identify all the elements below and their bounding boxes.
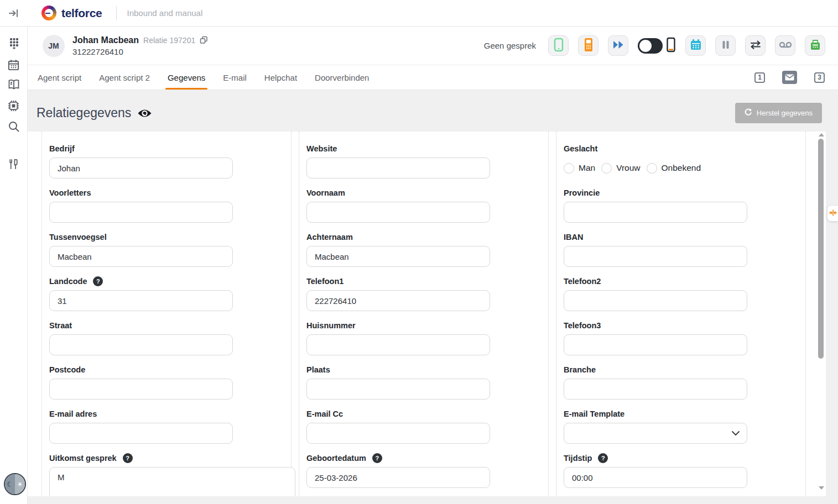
pause-icon bbox=[721, 40, 731, 51]
field-iban: IBAN bbox=[564, 232, 805, 267]
radio-onbekend[interactable]: Onbekend bbox=[647, 163, 701, 174]
scroll-down-arrow-icon[interactable] bbox=[819, 486, 824, 490]
schedule-callback-button[interactable] bbox=[685, 35, 706, 56]
tab-doorverbinden[interactable]: Doorverbinden bbox=[306, 65, 378, 90]
app-window: telforce Inbound and manual bbox=[0, 0, 838, 504]
tussenvoegsel-input[interactable] bbox=[49, 246, 233, 267]
field-website: Website bbox=[306, 144, 548, 179]
provincie-input[interactable] bbox=[564, 202, 747, 223]
help-icon[interactable]: ? bbox=[372, 453, 382, 463]
achternaam-input[interactable] bbox=[306, 246, 490, 267]
tab-gegevens[interactable]: Gegevens bbox=[159, 65, 214, 90]
email-cc-input[interactable] bbox=[306, 423, 490, 444]
field-achternaam: Achternaam bbox=[306, 232, 548, 267]
script-one-badge[interactable]: 1 bbox=[754, 72, 765, 83]
tab-email[interactable]: E-mail bbox=[214, 65, 256, 90]
vertical-scrollbar[interactable] bbox=[818, 132, 825, 496]
voornaam-label: Voornaam bbox=[306, 188, 345, 197]
radio-circle[interactable] bbox=[647, 163, 657, 174]
dialpad-icon[interactable] bbox=[4, 33, 24, 53]
help-icon[interactable]: ? bbox=[598, 453, 608, 463]
tab-bar: Agent script Agent script 2 Gegevens E-m… bbox=[28, 65, 838, 90]
radio-circle[interactable] bbox=[564, 163, 574, 174]
provincie-label: Provincie bbox=[564, 188, 600, 197]
website-input[interactable] bbox=[306, 158, 490, 179]
phone-mode-toggle[interactable] bbox=[638, 38, 663, 54]
fax-button[interactable] bbox=[805, 35, 825, 56]
tab-agent-script[interactable]: Agent script bbox=[29, 65, 90, 90]
radio-man[interactable]: Man bbox=[564, 163, 595, 174]
landcode-input[interactable] bbox=[49, 290, 233, 311]
contact-header: JM Johan Macbean Relatie 197201 31222726… bbox=[28, 27, 838, 65]
copy-icon[interactable] bbox=[200, 36, 208, 44]
radio-onbekend-label: Onbekend bbox=[662, 163, 701, 173]
tussenvoegsel-label: Tussenvoegsel bbox=[49, 233, 107, 242]
postcode-input[interactable] bbox=[49, 379, 233, 400]
radio-circle[interactable] bbox=[601, 163, 612, 174]
email-adres-input[interactable] bbox=[49, 423, 233, 444]
landcode-label: Landcode bbox=[49, 277, 87, 286]
field-telefoon2: Telefoon2 bbox=[564, 276, 805, 311]
eye-icon[interactable] bbox=[137, 107, 152, 119]
brand-logo[interactable]: telforce bbox=[41, 6, 102, 20]
envelope-icon[interactable] bbox=[782, 71, 797, 84]
field-tijdstip: Tijdstip ? bbox=[564, 453, 805, 488]
calendar-icon[interactable] bbox=[4, 55, 24, 75]
theme-toggle[interactable]: ☾ ☀ bbox=[4, 473, 26, 495]
voicemail-button[interactable] bbox=[775, 35, 795, 56]
voorletters-input[interactable] bbox=[49, 202, 233, 223]
page-title-row: Relatiegegevens bbox=[28, 90, 838, 123]
field-bedrijf: Bedrijf bbox=[49, 144, 291, 179]
help-icon[interactable]: ? bbox=[93, 276, 103, 286]
iban-input[interactable] bbox=[564, 246, 747, 267]
mobile-dial-button[interactable] bbox=[578, 35, 598, 56]
field-plaats: Plaats bbox=[306, 365, 548, 400]
refresh-icon bbox=[745, 108, 752, 118]
utensils-icon[interactable] bbox=[4, 154, 24, 174]
avatar: JM bbox=[43, 35, 65, 57]
branche-input[interactable] bbox=[564, 379, 747, 400]
help-icon[interactable]: ? bbox=[123, 453, 133, 463]
search-icon[interactable] bbox=[4, 117, 24, 136]
voornaam-input[interactable] bbox=[306, 202, 490, 223]
form-column-1: Bedrijf Voorletters Tussenvoegsel Landco… bbox=[41, 132, 292, 496]
telefoon2-label: Telefoon2 bbox=[564, 277, 601, 286]
plaats-input[interactable] bbox=[306, 379, 490, 400]
transfer-button[interactable] bbox=[745, 35, 766, 56]
voorletters-label: Voorletters bbox=[49, 188, 91, 197]
field-telefoon3: Telefoon3 bbox=[564, 321, 805, 355]
relation-form: Bedrijf Voorletters Tussenvoegsel Landco… bbox=[28, 132, 826, 496]
uitkomst-textarea[interactable]: M bbox=[49, 467, 295, 496]
apps-chip-icon[interactable] bbox=[4, 96, 24, 116]
scroll-up-arrow-icon[interactable] bbox=[819, 133, 824, 136]
telefoon1-input[interactable] bbox=[306, 290, 490, 311]
sidebar-expand-icon[interactable] bbox=[0, 0, 28, 27]
geboortedatum-input[interactable] bbox=[306, 467, 490, 488]
telforce-logo-icon bbox=[41, 6, 56, 20]
sun-icon: ☀ bbox=[17, 480, 23, 489]
restore-data-button[interactable]: Herstel gegevens bbox=[735, 103, 822, 123]
softphone-button[interactable] bbox=[548, 35, 569, 56]
huisnummer-input[interactable] bbox=[306, 334, 490, 355]
pause-button[interactable] bbox=[715, 35, 736, 56]
iban-label: IBAN bbox=[564, 233, 583, 242]
field-telefoon1: Telefoon1 bbox=[306, 276, 548, 311]
tab-helpchat[interactable]: Helpchat bbox=[256, 65, 306, 90]
straat-input[interactable] bbox=[49, 334, 233, 355]
radio-vrouw[interactable]: Vrouw bbox=[601, 163, 640, 174]
tab-agent-script-2[interactable]: Agent script 2 bbox=[90, 65, 159, 90]
panel-collapse-handle[interactable] bbox=[827, 205, 838, 222]
contacts-book-icon[interactable] bbox=[4, 75, 24, 95]
tijdstip-input[interactable] bbox=[564, 467, 747, 488]
telefoon3-input[interactable] bbox=[564, 334, 747, 355]
bedrijf-input[interactable] bbox=[49, 158, 233, 179]
brand-name: telforce bbox=[61, 7, 102, 20]
script-three-badge[interactable]: 3 bbox=[814, 72, 825, 83]
email-template-select[interactable] bbox=[564, 423, 747, 444]
telefoon1-label: Telefoon1 bbox=[306, 277, 343, 286]
telefoon2-input[interactable] bbox=[564, 290, 747, 311]
email-cc-label: E-mail Cc bbox=[306, 410, 343, 418]
contact-meta: Johan Macbean Relatie 197201 31222726410 bbox=[72, 35, 208, 56]
fast-forward-button[interactable] bbox=[608, 35, 628, 56]
scrollbar-thumb[interactable] bbox=[818, 139, 824, 359]
